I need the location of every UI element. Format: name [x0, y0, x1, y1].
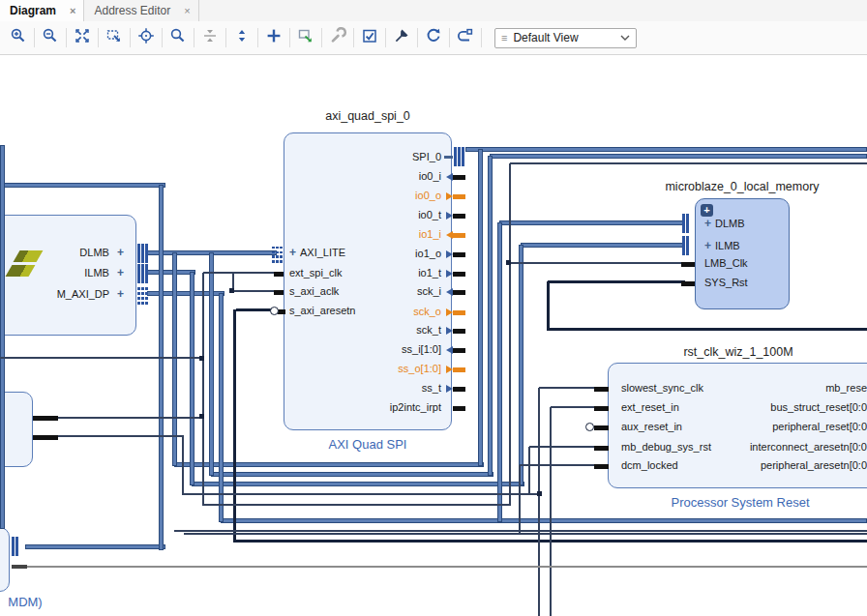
quad-spi-left-stub[interactable]: [274, 290, 284, 295]
port-dlmb[interactable]: DLMB +: [0, 247, 124, 259]
signal-wire[interactable]: [56, 435, 184, 436]
quad-spi-port-stub[interactable]: [453, 329, 465, 334]
port-ip2intc_irpt[interactable]: ip2intc_irpt: [290, 401, 441, 414]
port-sck_o[interactable]: sck_o: [290, 306, 441, 318]
signal-wire[interactable]: [551, 406, 600, 407]
quad-spi-port-stub[interactable]: [453, 387, 465, 392]
signal-wire[interactable]: [539, 387, 600, 388]
signal-wire[interactable]: [519, 465, 520, 533]
port-peripheral_reset00[interactable]: peripheral_reset[0:0: [608, 421, 867, 433]
signal-wire[interactable]: [528, 447, 529, 495]
quad-spi-port-stub[interactable]: [453, 272, 465, 277]
mdm-iface-pin[interactable]: [12, 537, 19, 556]
port-ss_o10[interactable]: ss_o[1:0]: [290, 363, 441, 375]
zoom-out-button[interactable]: [38, 26, 63, 49]
quad-spi-port-stub[interactable]: [453, 310, 465, 315]
quad-spi-port-stub[interactable]: [453, 194, 465, 199]
signal-wire[interactable]: [538, 388, 539, 616]
bus-wire[interactable]: [490, 154, 867, 159]
bus-wire[interactable]: [488, 156, 493, 476]
bus-wire[interactable]: [159, 185, 164, 550]
port-peripheral_aresetn00[interactable]: peripheral_aresetn[0:0: [608, 459, 867, 472]
make-external-button[interactable]: [293, 26, 318, 49]
view-selector-dropdown[interactable]: ≡Default View: [494, 28, 637, 48]
port-io0_t[interactable]: io0_t: [290, 209, 441, 221]
signal-wire[interactable]: [203, 272, 275, 273]
reset-left-stub[interactable]: [594, 406, 609, 411]
reset-wire[interactable]: [548, 328, 867, 331]
bus-wire[interactable]: [192, 482, 524, 486]
expand-plus-icon[interactable]: +: [117, 287, 124, 301]
port-sck_t[interactable]: sck_t: [290, 324, 441, 337]
settings-wrench-button[interactable]: [325, 26, 350, 49]
local-mem-stub[interactable]: [681, 281, 695, 286]
bus-wire[interactable]: [465, 147, 867, 152]
search-button[interactable]: [165, 26, 191, 49]
expand-plus-icon[interactable]: +: [704, 217, 711, 230]
zoom-to-selection-button[interactable]: [102, 26, 127, 49]
ilmb-mem-pin[interactable]: [682, 236, 690, 255]
collapse-hierarchy-button[interactable]: [197, 26, 223, 49]
zoom-in-button[interactable]: [6, 26, 31, 49]
partial-block-stub[interactable]: [33, 416, 58, 421]
expand-hierarchy-button[interactable]: [229, 26, 254, 49]
signal-wire[interactable]: [183, 493, 540, 494]
mdm-debug-stub[interactable]: [12, 565, 27, 569]
bus-wire[interactable]: [519, 245, 523, 485]
port-ss_t[interactable]: ss_t: [290, 382, 441, 395]
axi-lite-pin[interactable]: [272, 244, 284, 263]
pin-button[interactable]: [389, 26, 414, 49]
signal-wire[interactable]: [529, 446, 600, 447]
expand-block-button[interactable]: +: [701, 204, 713, 217]
diagram-canvas[interactable]: axi_quad_spi_0AXI Quad SPImicroblaze_0_l…: [0, 55, 867, 616]
tab-address-editor[interactable]: Address Editor ×: [84, 0, 198, 21]
port-ilmb[interactable]: +ILMB: [704, 240, 740, 252]
partial-block-stub[interactable]: [33, 435, 58, 440]
bus-wire[interactable]: [499, 220, 685, 225]
reset-left-stub[interactable]: [594, 464, 609, 469]
signal-wire[interactable]: [233, 290, 275, 291]
debug-wire[interactable]: [27, 566, 867, 568]
quad-spi-port-stub[interactable]: [453, 348, 465, 353]
bus-wire[interactable]: [221, 518, 867, 523]
bus-wire[interactable]: [172, 252, 177, 466]
port-ss_i10[interactable]: ss_i[1:0]: [290, 343, 441, 356]
regenerate-layout-button[interactable]: [453, 26, 478, 49]
signal-wire[interactable]: [0, 357, 204, 358]
port-sys_rst[interactable]: SYS_Rst: [704, 277, 748, 289]
signal-wire[interactable]: [510, 262, 683, 263]
port-io0_i[interactable]: io0_i: [290, 170, 441, 183]
port-sck_i[interactable]: sck_i: [290, 285, 441, 298]
signal-wire[interactable]: [56, 417, 204, 418]
port-mb_rese[interactable]: mb_rese: [608, 382, 867, 395]
port-lmb_clk[interactable]: LMB_Clk: [704, 257, 748, 270]
bus-wire[interactable]: [209, 252, 214, 476]
quad-spi-port-stub[interactable]: [453, 290, 465, 295]
quad-spi-port-stub[interactable]: [453, 233, 465, 238]
refresh-button[interactable]: [421, 26, 446, 49]
quad-spi-port-stub[interactable]: [453, 406, 465, 411]
signal-wire[interactable]: [202, 273, 203, 506]
reset-left-stub[interactable]: [594, 387, 609, 392]
expand-plus-icon[interactable]: +: [117, 266, 124, 279]
port-spi_0[interactable]: SPI_0: [290, 151, 441, 163]
port-io1_i[interactable]: io1_i: [290, 228, 441, 241]
bus-wire[interactable]: [497, 222, 502, 522]
reset-wire[interactable]: [233, 309, 236, 543]
bus-wire[interactable]: [211, 472, 493, 477]
aux-reset-stub[interactable]: [594, 425, 609, 430]
signal-wire[interactable]: [520, 464, 600, 465]
signal-wire[interactable]: [510, 162, 867, 163]
signal-wire[interactable]: [182, 436, 183, 495]
dlmb-pin[interactable]: [137, 244, 149, 263]
port-interconnect_aresetn00[interactable]: interconnect_aresetn[0:0: [608, 441, 867, 454]
quad-spi-port-stub[interactable]: [453, 252, 465, 257]
bus-wire[interactable]: [4, 183, 165, 188]
reset-wire[interactable]: [236, 308, 275, 311]
dlmb-mem-pin[interactable]: [682, 214, 690, 233]
port-m_axi_dp[interactable]: M_AXI_DP +: [0, 288, 124, 301]
bus-wire[interactable]: [478, 149, 483, 466]
zoom-fit-button[interactable]: [70, 26, 95, 49]
tab-close-icon[interactable]: ×: [184, 5, 190, 16]
local-mem-stub[interactable]: [681, 262, 695, 267]
